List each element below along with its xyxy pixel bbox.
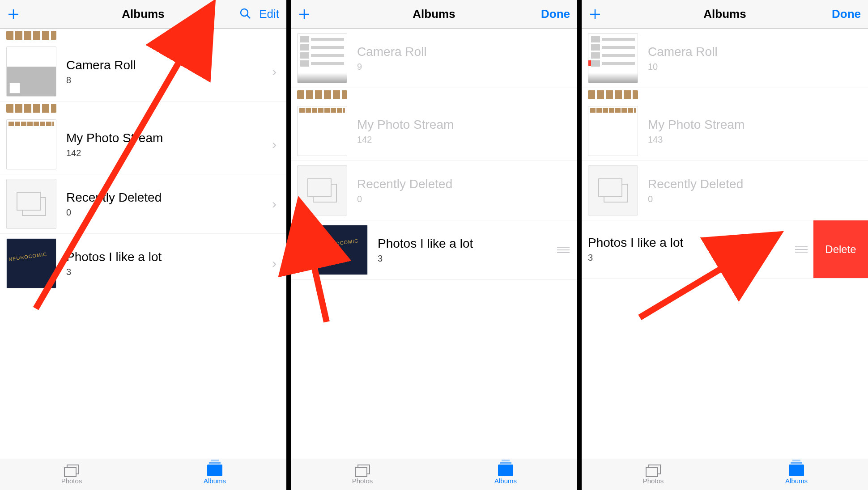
album-count: 0 bbox=[357, 194, 571, 204]
album-title: Recently Deleted bbox=[357, 177, 571, 191]
album-count: 10 bbox=[648, 62, 862, 72]
album-title: Camera Roll bbox=[648, 45, 862, 59]
navbar-title: Albums bbox=[703, 7, 746, 21]
album-title: My Photo Stream bbox=[648, 118, 862, 132]
edit-button[interactable]: Edit bbox=[259, 7, 279, 21]
done-button[interactable]: Done bbox=[832, 7, 861, 21]
album-count: 142 bbox=[66, 148, 268, 158]
photos-icon bbox=[355, 465, 370, 476]
album-row-camera-roll: Camera Roll10 bbox=[582, 29, 868, 88]
album-row-custom[interactable]: Photos I like a lot3 › bbox=[0, 234, 286, 293]
photos-icon bbox=[646, 465, 661, 476]
album-count: 3 bbox=[66, 267, 268, 277]
chevron-right-icon: › bbox=[268, 137, 280, 152]
tab-bar: Photos Albums bbox=[291, 459, 577, 490]
album-row-recently-deleted[interactable]: Recently Deleted0 › bbox=[0, 174, 286, 234]
tab-label: Albums bbox=[785, 477, 808, 485]
album-row-recently-deleted: Recently Deleted0 bbox=[291, 161, 577, 220]
album-title: Camera Roll bbox=[357, 45, 571, 59]
album-thumbnail bbox=[6, 238, 56, 288]
album-title: Recently Deleted bbox=[648, 177, 862, 191]
album-title: Recently Deleted bbox=[66, 190, 268, 205]
delete-button[interactable]: Delete bbox=[813, 220, 868, 278]
album-title: Camera Roll bbox=[66, 58, 268, 72]
albums-list: Camera Roll9 My Photo Stream142 Recently… bbox=[291, 29, 577, 459]
album-title: My Photo Stream bbox=[66, 131, 268, 145]
list-partial bbox=[582, 88, 868, 101]
panel-3: Albums Done Camera Roll10 My Photo Strea… bbox=[582, 0, 868, 490]
album-row-camera-roll: Camera Roll9 bbox=[291, 29, 577, 88]
album-thumbnail bbox=[6, 31, 56, 40]
panel-separator bbox=[286, 0, 291, 490]
album-title: Photos I like a lot bbox=[588, 236, 790, 250]
tab-photos[interactable]: Photos bbox=[0, 459, 143, 490]
tab-label: Albums bbox=[204, 477, 226, 485]
album-row-photo-stream: My Photo Stream143 bbox=[582, 101, 868, 161]
album-thumbnail bbox=[6, 104, 56, 113]
album-row-custom[interactable]: Photos I like a lot3 Delete bbox=[582, 220, 868, 279]
tab-bar: Photos Albums bbox=[0, 459, 286, 490]
album-thumbnail bbox=[6, 46, 56, 97]
album-title: My Photo Stream bbox=[357, 118, 571, 132]
chevron-right-icon: › bbox=[268, 256, 280, 271]
add-album-button[interactable] bbox=[298, 8, 311, 21]
reorder-handle[interactable] bbox=[794, 246, 809, 253]
chevron-right-icon: › bbox=[268, 64, 280, 79]
album-row-photo-stream[interactable]: My Photo Stream142 › bbox=[0, 115, 286, 174]
album-thumbnail bbox=[588, 33, 638, 83]
albums-list: Camera Roll8 › My Photo Stream142 › Rece… bbox=[0, 29, 286, 459]
add-album-button[interactable] bbox=[589, 8, 601, 21]
reorder-handle[interactable] bbox=[556, 247, 571, 253]
tab-photos[interactable]: Photos bbox=[582, 459, 725, 490]
tab-label: Photos bbox=[352, 477, 373, 485]
album-thumbnail bbox=[588, 106, 638, 156]
album-count: 3 bbox=[378, 253, 552, 264]
albums-icon bbox=[207, 465, 222, 476]
navbar: Albums Edit bbox=[0, 0, 286, 29]
albums-icon bbox=[498, 465, 513, 476]
album-row-camera-roll[interactable]: Camera Roll8 › bbox=[0, 42, 286, 101]
navbar: Albums Done bbox=[582, 0, 868, 29]
navbar: Albums Done bbox=[291, 0, 577, 29]
album-count: 3 bbox=[588, 253, 790, 263]
tab-bar: Photos Albums bbox=[582, 459, 868, 490]
album-row-recently-deleted: Recently Deleted0 bbox=[582, 161, 868, 220]
svg-point-2 bbox=[241, 9, 248, 16]
tab-photos[interactable]: Photos bbox=[291, 459, 434, 490]
navbar-title: Albums bbox=[122, 7, 164, 21]
album-title: Photos I like a lot bbox=[66, 250, 268, 264]
delete-minus-button[interactable] bbox=[297, 242, 312, 258]
album-row-custom[interactable]: Photos I like a lot3 bbox=[291, 220, 577, 280]
album-thumbnail bbox=[588, 165, 638, 215]
photos-icon bbox=[64, 465, 79, 476]
album-thumbnail bbox=[6, 179, 56, 229]
tab-albums[interactable]: Albums bbox=[143, 459, 286, 490]
album-thumbnail bbox=[6, 119, 56, 169]
list-partial bbox=[291, 88, 577, 101]
tab-albums[interactable]: Albums bbox=[434, 459, 577, 490]
tab-label: Photos bbox=[61, 477, 82, 485]
tab-label: Albums bbox=[494, 477, 517, 485]
tab-albums[interactable]: Albums bbox=[725, 459, 868, 490]
search-icon[interactable] bbox=[239, 8, 251, 21]
panel-2: Albums Done Camera Roll9 My Photo Stream… bbox=[291, 0, 577, 490]
album-count: 0 bbox=[66, 207, 268, 218]
album-row-photo-stream: My Photo Stream142 bbox=[291, 101, 577, 161]
album-count: 0 bbox=[648, 194, 862, 204]
albums-icon bbox=[789, 465, 804, 476]
album-thumbnail bbox=[297, 90, 347, 99]
chevron-right-icon: › bbox=[268, 196, 280, 211]
panel-separator bbox=[577, 0, 582, 490]
list-partial-top bbox=[0, 29, 286, 42]
album-thumbnail bbox=[318, 225, 368, 275]
navbar-title: Albums bbox=[413, 7, 455, 21]
album-thumbnail bbox=[588, 90, 638, 99]
panels-container: Albums Edit Camera Roll8 › My Photo Stre… bbox=[0, 0, 868, 490]
album-count: 8 bbox=[66, 75, 268, 85]
panel-1: Albums Edit Camera Roll8 › My Photo Stre… bbox=[0, 0, 286, 490]
done-button[interactable]: Done bbox=[541, 7, 570, 21]
album-thumbnail bbox=[297, 106, 347, 156]
add-album-button[interactable] bbox=[7, 8, 20, 21]
album-thumbnail bbox=[297, 33, 347, 83]
list-partial bbox=[0, 101, 286, 115]
